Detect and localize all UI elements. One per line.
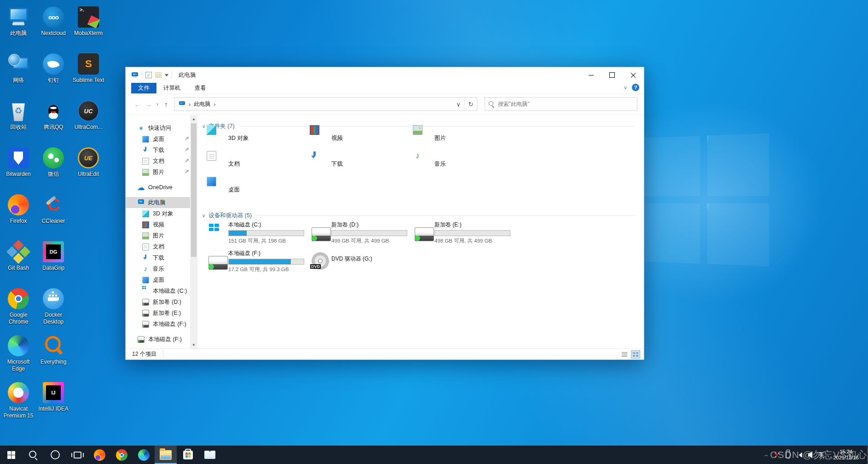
start-button[interactable] <box>0 446 22 464</box>
sidebar-item-documents-pc[interactable]: 文档 <box>126 241 197 252</box>
sidebar-item-onedrive[interactable]: OneDrive <box>126 182 197 193</box>
drive-tile-f[interactable]: 本地磁盘 (F:) 17.2 GB 可用, 共 99.3 GB <box>208 249 309 275</box>
folder-tile-desktop[interactable]: 桌面 <box>208 184 309 207</box>
ribbon-collapse-chevron-icon[interactable]: ∨ <box>624 85 627 91</box>
drive-tile-e[interactable]: 新加卷 (E:) 498 GB 可用, 共 499 GB <box>415 221 515 247</box>
collapse-chevron-icon[interactable]: ∨ <box>202 213 205 218</box>
taskbar-chrome[interactable] <box>110 446 133 464</box>
drive-tile-c[interactable]: 本地磁盘 (C:) 151 GB 可用, 共 198 GB <box>208 221 309 247</box>
sidebar-item-videos[interactable]: 视频 <box>126 219 197 230</box>
title-bar[interactable]: 此电脑 <box>126 67 644 83</box>
scrollbar-thumb[interactable] <box>191 123 197 257</box>
sidebar-item-desktop-pc[interactable]: 桌面 <box>126 274 197 285</box>
sidebar-item-desktop[interactable]: 桌面 <box>126 133 197 145</box>
recent-locations-chevron-icon[interactable]: ∨ <box>154 102 161 106</box>
help-icon[interactable]: ? <box>632 84 639 91</box>
desktop-icon-firefox[interactable]: Firefox <box>1 191 36 238</box>
back-button[interactable]: ← <box>132 100 143 108</box>
desktop-icon-ccleaner[interactable]: CCleaner <box>36 191 71 238</box>
sidebar-item-drive-d[interactable]: 新加卷 (D:) <box>126 296 197 307</box>
drive-tile-d[interactable]: 新加卷 (D:) 499 GB 可用, 共 499 GB <box>312 221 412 247</box>
scroll-up-icon[interactable]: ▲ <box>190 115 197 122</box>
close-button[interactable] <box>623 67 644 83</box>
desktop-icon-wechat[interactable]: 微信 <box>36 144 71 191</box>
desktop-icon-recycle-bin[interactable]: 回收站 <box>1 97 36 144</box>
folder-tile-documents[interactable]: 文档 <box>208 158 309 181</box>
sidebar-item-drive-e[interactable]: 新加卷 (E:) <box>126 307 197 319</box>
details-view-icon[interactable] <box>620 350 629 359</box>
desktop-icon-navicat[interactable]: Navicat Premium 15 <box>1 378 36 425</box>
sidebar-item-drive-f-root[interactable]: 本地磁盘 (F:) <box>126 334 197 345</box>
desktop-icon-git-bash[interactable]: Git Bash <box>1 238 36 284</box>
desktop-icon-docker-desktop[interactable]: Docker Desktop <box>36 284 71 331</box>
sidebar-item-music[interactable]: 音乐 <box>126 263 197 274</box>
taskbar-edge[interactable] <box>133 446 155 464</box>
breadcrumb[interactable]: 此电脑 <box>194 100 210 108</box>
maximize-button[interactable] <box>602 67 623 83</box>
usb-device-button[interactable] <box>782 446 793 464</box>
folder-tile-downloads[interactable]: 下载 <box>312 158 412 181</box>
desktop-icon-qq[interactable]: 腾讯QQ <box>36 97 71 144</box>
taskbar-microsoft-store[interactable] <box>177 446 199 464</box>
drive-tile-dvd-g[interactable]: DVD 驱动器 (G:) <box>312 249 412 275</box>
sidebar-item-3d-objects[interactable]: 3D 对象 <box>126 208 197 219</box>
folder-tile-music[interactable]: 音乐 <box>415 158 515 181</box>
taskbar-search-button[interactable] <box>22 446 44 464</box>
folder-tile-3d-objects[interactable]: 3D 对象 <box>208 133 309 156</box>
desktop-icon-sublime-text[interactable]: Sublime Text <box>71 50 106 97</box>
desktop-icon-bitwarden[interactable]: Bitwarden <box>1 144 36 191</box>
navigation-scrollbar[interactable]: ▲ ▼ <box>190 115 197 348</box>
forward-button[interactable]: → <box>143 100 154 108</box>
breadcrumb-chevron-icon[interactable]: › <box>214 101 215 108</box>
input-method-indicator[interactable]: 英 <box>816 451 827 459</box>
hidden-icons-chevron-icon[interactable]: ︿ <box>761 452 771 458</box>
taskbar-file-explorer[interactable] <box>155 446 177 464</box>
desktop-icon-ultraedit[interactable]: UltraEdit <box>71 144 106 191</box>
tab-file[interactable]: 文件 <box>131 83 156 93</box>
sidebar-item-documents[interactable]: 文档 <box>126 156 197 167</box>
tray-app-button[interactable] <box>771 446 782 464</box>
breadcrumb-chevron-icon[interactable]: › <box>189 101 191 108</box>
tab-view[interactable]: 查看 <box>188 83 213 93</box>
volume-button[interactable] <box>804 446 816 464</box>
scroll-down-icon[interactable]: ▼ <box>190 341 197 348</box>
tab-computer[interactable]: 计算机 <box>156 83 188 93</box>
minimize-button[interactable] <box>580 67 602 83</box>
sidebar-item-pictures[interactable]: 图片 <box>126 167 197 178</box>
folder-tile-videos[interactable]: 视频 <box>312 133 412 156</box>
new-folder-icon[interactable] <box>155 72 162 78</box>
address-dropdown-chevron-icon[interactable]: ∨ <box>452 98 464 110</box>
folder-tile-pictures[interactable]: 图片 <box>415 133 515 156</box>
sidebar-item-quick-access[interactable]: 快速访问 <box>126 122 197 133</box>
desktop-icon-datagrip[interactable]: DataGrip <box>36 238 71 284</box>
sidebar-item-drive-c[interactable]: 本地磁盘 (C:) <box>126 285 197 296</box>
sidebar-item-this-pc[interactable]: 此电脑 <box>126 197 197 208</box>
sidebar-item-pictures-pc[interactable]: 图片 <box>126 230 197 241</box>
taskbar-firefox[interactable] <box>88 446 110 464</box>
search-input[interactable] <box>498 101 633 107</box>
refresh-icon[interactable]: ↻ <box>465 98 477 110</box>
desktop-icon-everything[interactable]: Everything <box>36 331 71 378</box>
properties-icon[interactable] <box>145 72 152 78</box>
desktop-icon-ultracompare[interactable]: UltraCom... <box>71 97 106 144</box>
taskbar-mail[interactable] <box>199 446 221 464</box>
desktop-icon-this-pc[interactable]: 此电脑 <box>1 3 36 50</box>
network-button[interactable] <box>793 446 804 464</box>
desktop-icon-nextcloud[interactable]: Nextcloud <box>36 3 71 50</box>
address-bar[interactable]: › 此电脑 › ∨ ↻ <box>174 97 477 111</box>
cortana-button[interactable] <box>44 446 66 464</box>
desktop-icon-mobaxterm[interactable]: MobaXterm <box>71 3 106 50</box>
sidebar-item-drive-f[interactable]: 本地磁盘 (F:) <box>126 319 197 330</box>
customize-toolbar-chevron-icon[interactable] <box>165 74 168 76</box>
desktop-icon-dingtalk[interactable]: 钉钉 <box>36 50 71 97</box>
task-view-button[interactable] <box>66 446 88 464</box>
large-icons-view-icon[interactable] <box>631 350 640 359</box>
sidebar-item-downloads[interactable]: 下载 <box>126 145 197 156</box>
taskbar-clock[interactable]: 15:24 2021/12/16 <box>827 449 864 461</box>
sidebar-item-downloads-pc[interactable]: 下载 <box>126 252 197 263</box>
up-button[interactable]: ↑ <box>161 100 172 108</box>
desktop-icon-google-chrome[interactable]: Google Chrome <box>1 284 36 331</box>
desktop-icon-microsoft-edge[interactable]: Microsoft Edge <box>1 331 36 378</box>
desktop-icon-network[interactable]: 网络 <box>1 50 36 97</box>
search-box[interactable] <box>485 97 637 111</box>
